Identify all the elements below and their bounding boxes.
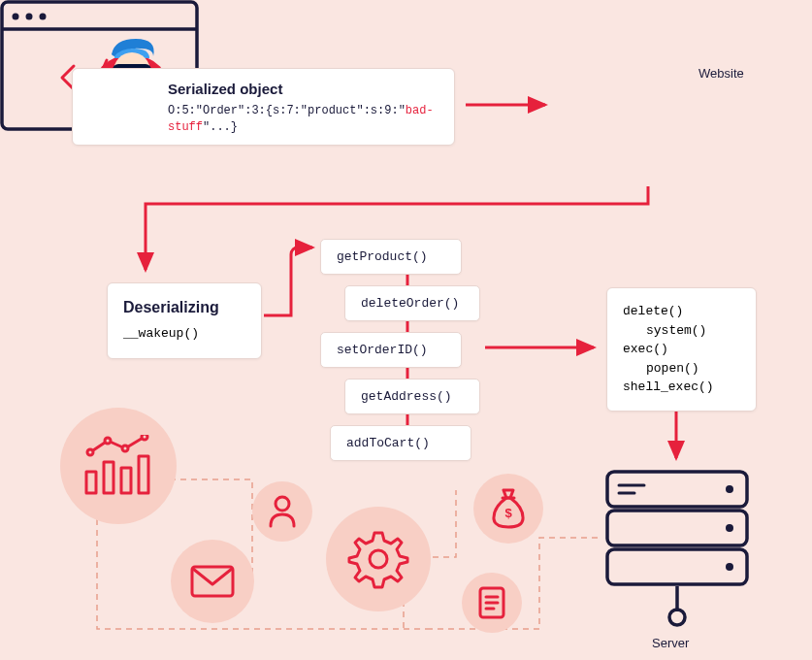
- gear-icon: [346, 527, 410, 591]
- svg-point-45: [370, 550, 387, 568]
- server-label: Server: [652, 636, 689, 650]
- svg-rect-35: [86, 472, 96, 493]
- svg-point-29: [726, 524, 733, 532]
- user-icon: [268, 495, 297, 528]
- server-icon: [600, 466, 755, 641]
- moneybag-icon: $: [491, 488, 526, 529]
- danger-functions-card: delete() system() exec() popen() shell_e…: [606, 287, 757, 412]
- document-circle: [462, 573, 522, 633]
- website-label: Website: [698, 66, 744, 81]
- svg-point-39: [87, 449, 93, 455]
- svg-rect-37: [121, 468, 131, 493]
- serialized-object-card: Serialized object O:5:"Order":3:{s:7:"pr…: [72, 68, 455, 146]
- mail-circle: [171, 540, 254, 623]
- gear-circle: [326, 507, 431, 611]
- mail-icon: [190, 565, 235, 598]
- svg-point-42: [142, 435, 147, 440]
- svg-point-41: [122, 446, 128, 451]
- deserializing-title: Deserializing: [123, 299, 245, 316]
- danger-system: system(): [623, 321, 740, 341]
- deserializing-card: Deserializing __wakeup(): [107, 282, 262, 359]
- danger-shell_exec: shell_exec(): [623, 378, 740, 397]
- svg-point-30: [726, 563, 733, 571]
- danger-popen: popen(): [623, 359, 740, 379]
- document-icon: [478, 586, 505, 619]
- moneybag-circle: $: [473, 474, 543, 544]
- method-addToCart: addToCart(): [330, 425, 471, 461]
- svg-point-43: [276, 497, 289, 511]
- method-getProduct: getProduct(): [320, 239, 462, 275]
- svg-point-28: [726, 485, 733, 493]
- svg-point-34: [669, 610, 685, 625]
- svg-point-40: [105, 438, 111, 444]
- serialized-object-code: O:5:"Order":3:{s:7:"product":s:9:"bad-st…: [168, 103, 437, 136]
- analytics-icon: [82, 435, 154, 497]
- method-getAddress: getAddress(): [344, 379, 480, 414]
- method-deleteOrder: deleteOrder(): [344, 285, 480, 321]
- danger-delete: delete(): [623, 302, 740, 321]
- svg-rect-36: [104, 462, 114, 493]
- method-setOrderID: setOrderID(): [320, 332, 462, 368]
- analytics-circle: [60, 408, 177, 524]
- svg-text:$: $: [504, 506, 512, 520]
- danger-exec: exec(): [623, 340, 740, 359]
- user-circle: [252, 481, 312, 542]
- serialized-object-title: Serialized object: [168, 81, 437, 97]
- svg-rect-38: [139, 456, 148, 493]
- deserializing-hook: __wakeup(): [123, 326, 245, 341]
